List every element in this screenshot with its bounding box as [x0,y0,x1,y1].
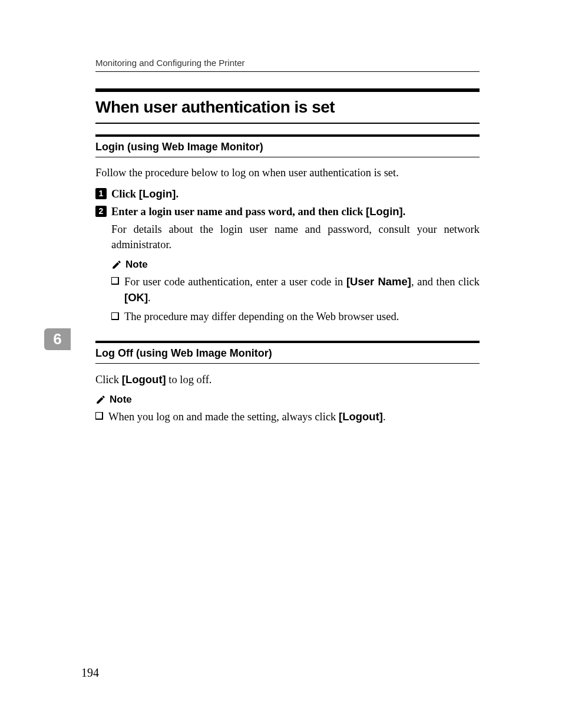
note-item: For user code authentication, enter a us… [111,274,480,306]
page-number: 194 [81,666,99,680]
square-bullet-icon [111,277,118,284]
running-header: Monitoring and Configuring the Printer [95,58,480,72]
square-bullet-icon [111,312,118,319]
step-number-icon: 1 [95,188,107,199]
page-content: Monitoring and Configuring the Printer W… [0,0,562,425]
note-text: The procedure may differ depending on th… [124,309,480,325]
login-heading: Login (using Web Image Monitor) [95,141,480,153]
step-1: 1 Click [Login]. [95,187,480,201]
pencil-icon [111,259,122,270]
section-title-block: When user authentication is set [95,88,480,124]
note-item: When you log on and made the setting, al… [95,409,480,425]
step-2-detail: For details about the login user name an… [111,222,480,253]
logout-ui-ref: [Logout] [339,410,383,423]
username-ui-ref: [User Name] [346,275,411,288]
login-ui-ref: [Login] [366,205,403,218]
note-text: When you log on and made the setting, al… [108,409,480,425]
ok-ui-ref: [OK] [124,291,148,304]
note-text: For user code authentication, enter a us… [124,274,480,306]
login-heading-block: Login (using Web Image Monitor) [95,134,480,157]
logoff-heading-block: Log Off (using Web Image Monitor) [95,341,480,364]
step-number-icon: 2 [95,206,107,217]
pencil-icon [95,394,106,405]
note-label: Note [125,259,148,271]
square-bullet-icon [95,412,103,419]
logoff-body: Click [Logout] to log off. [95,372,480,388]
note-item: The procedure may differ depending on th… [111,309,480,325]
login-ui-ref: [Login] [139,187,176,200]
step-2: 2 Enter a login user name and pass word,… [95,205,480,219]
logout-ui-ref: [Logout] [122,373,166,386]
section-title: When user authentication is set [95,98,480,117]
note-header: Note [111,259,480,271]
step-1-text: Click [Login]. [111,187,178,201]
note-label: Note [110,394,132,406]
logoff-heading: Log Off (using Web Image Monitor) [95,347,480,360]
step-2-text: Enter a login user name and pass word, a… [111,205,405,219]
login-intro: Follow the procedure below to log on whe… [95,166,480,181]
note-header: Note [95,394,480,406]
